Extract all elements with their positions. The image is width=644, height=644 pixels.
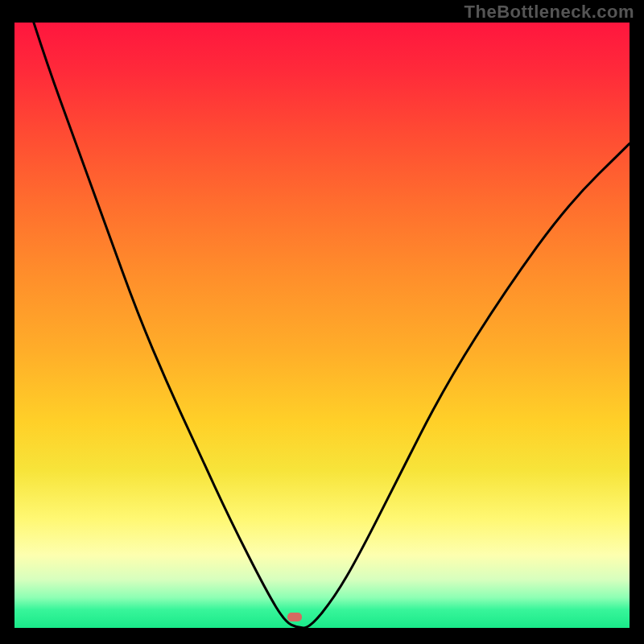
curve-path <box>14 23 630 628</box>
chart-frame: TheBottleneck.com <box>0 0 644 644</box>
watermark-text: TheBottleneck.com <box>464 2 634 23</box>
plot-area <box>14 23 630 628</box>
bottleneck-curve <box>14 23 630 628</box>
optimal-marker <box>287 613 302 621</box>
